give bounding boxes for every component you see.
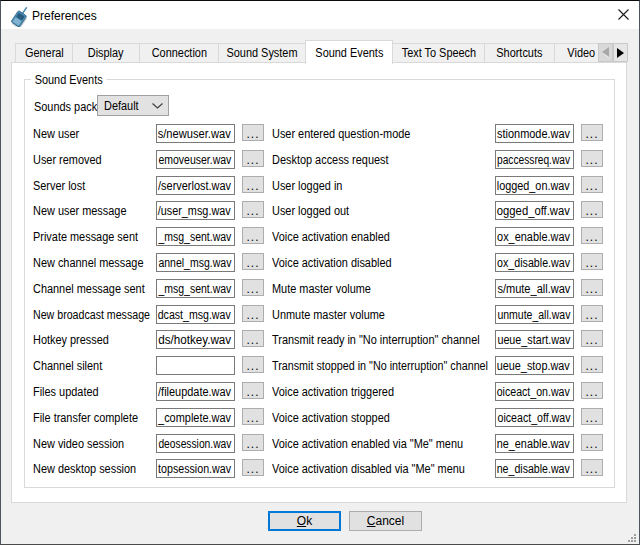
tab-sound-events[interactable]: Sound Events	[305, 40, 393, 64]
browse-button-left-2[interactable]: ...	[242, 176, 264, 193]
browse-button-left-0[interactable]: ...	[242, 124, 264, 141]
tab-label: Text To Speech	[401, 46, 475, 60]
browse-button-label: ...	[246, 257, 259, 269]
browse-button-left-8[interactable]: ...	[242, 330, 264, 347]
tab-scroll-right-button[interactable]	[613, 43, 628, 62]
event-path-input-left-13[interactable]: topsession.wav	[156, 459, 235, 478]
event-path-input-left-0[interactable]: s/newuser.wav	[156, 124, 235, 143]
browse-button-right-8[interactable]: ...	[581, 330, 603, 347]
event-path-input-left-6[interactable]: _msg_sent.wav	[156, 279, 235, 298]
browse-button-left-6[interactable]: ...	[242, 279, 264, 296]
event-path-input-right-7[interactable]: unmute_all.wav	[495, 305, 574, 324]
close-button[interactable]	[594, 1, 639, 29]
browse-button-label: ...	[585, 412, 598, 424]
event-path-input-right-12[interactable]: ne_enable.wav	[495, 434, 574, 453]
event-path-input-right-13[interactable]: ne_disable.wav	[495, 459, 574, 478]
event-path-input-left-3[interactable]: /user_msg.wav	[156, 201, 235, 220]
event-path-input-right-3[interactable]: ogged_off.wav	[495, 201, 574, 220]
tab-label: Sound System	[226, 46, 297, 60]
event-path-value: _msg_sent.wav	[158, 230, 231, 244]
browse-button-right-6[interactable]: ...	[581, 279, 603, 296]
browse-button-left-1[interactable]: ...	[242, 150, 264, 167]
close-icon	[618, 9, 629, 20]
browse-button-left-12[interactable]: ...	[242, 434, 264, 451]
tab-display[interactable]: Display	[72, 43, 140, 63]
browse-button-right-13[interactable]: ...	[581, 459, 603, 476]
event-label-left-0: New user	[33, 127, 79, 141]
event-path-input-right-2[interactable]: logged_on.wav	[495, 176, 574, 195]
browse-button-right-12[interactable]: ...	[581, 434, 603, 451]
browse-button-right-3[interactable]: ...	[581, 201, 603, 218]
browse-button-right-5[interactable]: ...	[581, 253, 603, 270]
browse-button-right-10[interactable]: ...	[581, 382, 603, 399]
resize-grip[interactable]	[628, 534, 637, 543]
ok-button[interactable]: Ok	[268, 511, 341, 531]
event-path-input-right-10[interactable]: oiceact_on.wav	[495, 382, 574, 401]
event-label-left-9: Channel silent	[33, 359, 102, 373]
event-path-input-left-7[interactable]: dcast_msg.wav	[156, 305, 235, 324]
browse-button-left-11[interactable]: ...	[242, 408, 264, 425]
browse-button-left-3[interactable]: ...	[242, 201, 264, 218]
browse-button-left-9[interactable]: ...	[242, 356, 264, 373]
browse-button-left-13[interactable]: ...	[242, 459, 264, 476]
browse-button-label: ...	[585, 463, 598, 475]
event-path-input-left-10[interactable]: /fileupdate.wav	[156, 382, 235, 401]
event-path-input-right-4[interactable]: ox_enable.wav	[495, 227, 574, 246]
tab-scroll-left-button[interactable]	[598, 43, 613, 62]
event-path-value: /fileupdate.wav	[158, 385, 231, 399]
browse-button-label: ...	[246, 180, 259, 192]
tab-page: Sound Events Sounds pack Default New use…	[11, 62, 627, 503]
event-label-right-9: Transmit stopped in "No interruption" ch…	[272, 359, 488, 373]
event-label-right-0: User entered question-mode	[272, 127, 410, 141]
event-label-right-1: Desktop access request	[272, 153, 389, 167]
event-label-left-3: New user message	[33, 204, 126, 218]
event-path-input-left-11[interactable]: _complete.wav	[156, 408, 235, 427]
browse-button-right-7[interactable]: ...	[581, 305, 603, 322]
browse-button-right-0[interactable]: ...	[581, 124, 603, 141]
event-path-input-left-2[interactable]: /serverlost.wav	[156, 176, 235, 195]
browse-button-label: ...	[585, 180, 598, 192]
event-path-input-right-1[interactable]: paccessreq.wav	[495, 150, 574, 169]
tab-connection[interactable]: Connection	[139, 43, 219, 63]
titlebar: Preferences	[1, 1, 639, 29]
event-path-value: paccessreq.wav	[497, 153, 570, 167]
sounds-pack-combobox[interactable]: Default	[97, 95, 169, 116]
event-path-input-left-4[interactable]: _msg_sent.wav	[156, 227, 235, 246]
event-label-left-4: Private message sent	[33, 230, 138, 244]
browse-button-left-10[interactable]: ...	[242, 382, 264, 399]
event-path-input-right-6[interactable]: s/mute_all.wav	[495, 279, 574, 298]
tab-sound-system[interactable]: Sound System	[218, 43, 306, 63]
browse-button-left-4[interactable]: ...	[242, 227, 264, 244]
event-label-right-4: Voice activation enabled	[272, 230, 390, 244]
browse-button-right-1[interactable]: ...	[581, 150, 603, 167]
browse-button-left-7[interactable]: ...	[242, 305, 264, 322]
event-path-input-right-0[interactable]: stionmode.wav	[495, 124, 574, 143]
cancel-button[interactable]: Cancel	[349, 511, 422, 531]
tab-general[interactable]: General	[15, 43, 73, 63]
event-path-input-right-5[interactable]: ox_disable.wav	[495, 253, 574, 272]
event-path-input-left-8[interactable]: ds/hotkey.wav	[156, 330, 235, 349]
event-path-input-right-11[interactable]: oiceact_off.wav	[495, 408, 574, 427]
event-label-left-12: New video session	[33, 437, 124, 451]
browse-button-right-9[interactable]: ...	[581, 356, 603, 373]
tab-shortcuts[interactable]: Shortcuts	[484, 43, 555, 63]
browse-button-right-11[interactable]: ...	[581, 408, 603, 425]
event-path-input-left-12[interactable]: deosession.wav	[156, 434, 235, 453]
browse-button-label: ...	[246, 205, 259, 217]
browse-button-label: ...	[585, 205, 598, 217]
event-path-input-right-9[interactable]: ueue_stop.wav	[495, 356, 574, 375]
event-path-value: unmute_all.wav	[497, 308, 570, 322]
browse-button-right-2[interactable]: ...	[581, 176, 603, 193]
browse-button-label: ...	[585, 309, 598, 321]
tab-text-to-speech[interactable]: Text To Speech	[392, 43, 485, 63]
event-path-input-left-5[interactable]: annel_msg.wav	[156, 253, 235, 272]
browse-button-left-5[interactable]: ...	[242, 253, 264, 270]
event-label-right-8: Transmit ready in "No interruption" chan…	[272, 333, 480, 347]
event-path-value: ox_disable.wav	[497, 256, 570, 270]
event-path-input-left-1[interactable]: emoveuser.wav	[156, 150, 235, 169]
browse-button-label: ...	[246, 128, 259, 140]
event-path-value: topsession.wav	[158, 462, 231, 476]
event-path-input-left-9[interactable]	[156, 356, 235, 375]
browse-button-right-4[interactable]: ...	[581, 227, 603, 244]
event-path-input-right-8[interactable]: ueue_start.wav	[495, 330, 574, 349]
